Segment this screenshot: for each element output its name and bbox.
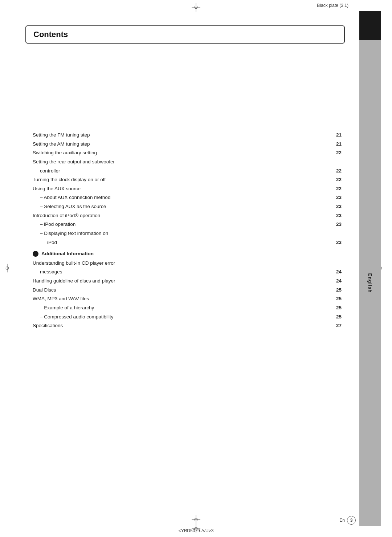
bottom-center-crosshair-icon [192, 515, 200, 524]
toc-item-specifications: Specifications 27 [33, 321, 345, 330]
toc-item-wma-mp3: WMA, MP3 and WAV files 25 [33, 294, 345, 303]
toc-page: 21 [336, 140, 345, 149]
toc-item-hierarchy: – Example of a hierarchy 25 [40, 304, 345, 312]
language-tab: English [359, 40, 381, 526]
toc-label: – Compressed audio compatibility [40, 313, 334, 321]
main-content: Contents Setting the FM tuning step 21 S… [11, 11, 359, 526]
toc-label: Setting the rear output and subwoofer [33, 158, 345, 166]
toc-label: controller [40, 167, 334, 175]
toc-label: iPod [47, 238, 334, 247]
black-tab [359, 11, 381, 40]
bullet-circle-icon [33, 251, 38, 257]
toc-label: Setting the AM tuning step [33, 140, 334, 149]
toc-page: 23 [336, 193, 345, 202]
toc-label: – Selecting AUX as the source [40, 202, 334, 211]
toc-page: 23 [336, 211, 345, 220]
toc-section: Setting the FM tuning step 21 Setting th… [25, 131, 345, 330]
toc-label: Handling guideline of discs and player [33, 277, 334, 285]
toc-label: – Displaying text information on [40, 229, 345, 238]
toc-item-controller: controller 22 [33, 167, 345, 175]
toc-label: – Example of a hierarchy [40, 304, 334, 312]
toc-page: 23 [336, 238, 345, 247]
contents-heading-box: Contents [25, 25, 345, 44]
additional-info-header: Additional Information [33, 249, 345, 258]
toc-item-selecting-aux: – Selecting AUX as the source 23 [40, 202, 345, 211]
toc-page: 23 [336, 202, 345, 211]
toc-label: Setting the FM tuning step [33, 131, 334, 139]
toc-item-handling: Handling guideline of discs and player 2… [33, 277, 345, 285]
left-crosshair-icon [3, 264, 12, 272]
toc-label: – About AUX connection method [40, 193, 334, 202]
toc-label: WMA, MP3 and WAV files [33, 294, 334, 303]
toc-item-displaying-text: – Displaying text information on [40, 229, 345, 238]
top-crosshair-icon [192, 3, 200, 12]
toc-item-am-tuning: Setting the AM tuning step 21 [33, 140, 345, 149]
top-registration-mark [192, 3, 200, 12]
toc-label: Dual Discs [33, 286, 334, 294]
toc-item-ipod-end: iPod 23 [40, 238, 345, 247]
contents-heading: Contents [33, 30, 337, 39]
toc-item-ipod-operation: – iPod operation 23 [40, 220, 345, 229]
toc-page: 21 [336, 131, 345, 139]
toc-page: 22 [336, 167, 345, 175]
bottom-code: <YRD5079-A/U>3 [179, 528, 214, 533]
toc-label: Turning the clock display on or off [33, 175, 334, 184]
left-registration-mark [3, 264, 12, 273]
toc-item-aux-connection: – About AUX connection method 23 [40, 193, 345, 202]
toc-item-aux-setting: Switching the auxiliary setting 22 [33, 149, 345, 157]
toc-page: 25 [336, 313, 345, 321]
toc-label: Using the AUX source [33, 184, 334, 193]
toc-page: 25 [336, 286, 345, 294]
toc-page: 24 [336, 277, 345, 285]
toc-page: 22 [336, 184, 345, 193]
page-number-circle: 3 [347, 516, 356, 525]
toc-item-compressed-audio: – Compressed audio compatibility 25 [40, 313, 345, 321]
toc-sub-aux: – About AUX connection method 23 – Selec… [33, 193, 345, 211]
toc-sub-ipod: – iPod operation 23 – Displaying text in… [33, 220, 345, 247]
toc-label: Understanding built-in CD player error [33, 259, 345, 268]
toc-item-clock: Turning the clock display on or off 22 [33, 175, 345, 184]
additional-info-label: Additional Information [41, 249, 94, 258]
toc-page: 24 [336, 268, 345, 276]
page-number-badge: En 3 [339, 516, 356, 525]
toc-page: 22 [336, 149, 345, 157]
toc-item-fm-tuning: Setting the FM tuning step 21 [33, 131, 345, 139]
toc-page: 23 [336, 220, 345, 229]
toc-label: Introduction of iPod® operation [33, 211, 334, 220]
black-plate-label: Black plate (3,1) [317, 3, 348, 8]
toc-item-messages: messages 24 [33, 268, 345, 276]
toc-label: – iPod operation [40, 220, 334, 229]
toc-sub-wma: – Example of a hierarchy 25 – Compressed… [33, 304, 345, 321]
toc-item-rear-output: Setting the rear output and subwoofer [33, 158, 345, 166]
toc-page: 25 [336, 294, 345, 303]
toc-item-dual-discs: Dual Discs 25 [33, 286, 345, 294]
bottom-bar [192, 515, 200, 524]
en-label: En [339, 518, 345, 523]
toc-label: Specifications [33, 321, 334, 330]
toc-item-ipod-intro: Introduction of iPod® operation 23 [33, 211, 345, 220]
toc-item-aux-source: Using the AUX source 22 [33, 184, 345, 193]
toc-page: 27 [336, 321, 345, 330]
toc-item-cd-error: Understanding built-in CD player error [33, 259, 345, 268]
toc-label: Switching the auxiliary setting [33, 149, 334, 157]
toc-page: 25 [336, 304, 345, 312]
toc-page: 22 [336, 175, 345, 184]
language-label: English [367, 273, 373, 293]
toc-label: messages [40, 268, 334, 276]
right-sidebar: English [359, 11, 381, 526]
